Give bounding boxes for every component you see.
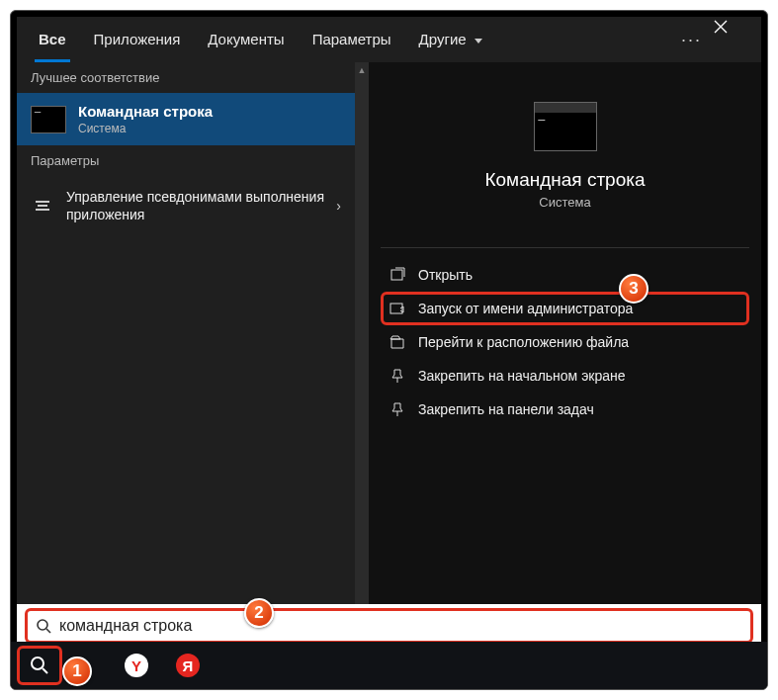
action-open-file-location-label: Перейти к расположению файла: [418, 334, 629, 350]
pin-taskbar-icon: [389, 400, 406, 418]
scrollbar[interactable]: ▲ ▼: [355, 62, 369, 650]
tab-documents[interactable]: Документы: [194, 17, 298, 62]
svg-rect-0: [391, 270, 402, 280]
tab-more-label: Другие: [419, 31, 467, 47]
results-body: Лучшее соответствие Командная строка Сис…: [17, 62, 761, 650]
tab-all[interactable]: Все: [25, 17, 80, 62]
settings-item-label: Управление псевдонимами выполнения прило…: [66, 188, 336, 223]
search-icon: [36, 618, 51, 634]
search-input-wrapper[interactable]: [25, 608, 753, 644]
chevron-down-icon: [475, 39, 482, 44]
action-pin-start[interactable]: Закрепить на начальном экране: [381, 359, 749, 393]
window-frame: Все Приложения Документы Параметры Други…: [10, 10, 768, 690]
yandex-browser-icon: Y: [125, 654, 148, 677]
actions-list: Открыть Запуск от имени администратора П…: [369, 239, 761, 426]
taskbar: Y Я: [11, 642, 767, 689]
preview-pane: Командная строка Система Открыть Запуск …: [369, 62, 761, 650]
tab-apps[interactable]: Приложения: [80, 17, 195, 62]
callout-2: 2: [244, 598, 274, 628]
search-input[interactable]: [59, 617, 742, 635]
yandex-icon: Я: [176, 654, 200, 677]
result-title: Командная строка: [78, 103, 213, 120]
command-prompt-large-icon: [534, 102, 597, 151]
result-app-alias-management[interactable]: Управление псевдонимами выполнения прило…: [17, 176, 355, 235]
scroll-up-icon[interactable]: ▲: [355, 62, 369, 78]
preview-title: Командная строка: [484, 169, 645, 191]
action-pin-taskbar[interactable]: Закрепить на панели задач: [381, 393, 749, 426]
action-open[interactable]: Открыть: [381, 258, 749, 292]
preview-header: Командная строка Система: [369, 82, 761, 233]
action-open-label: Открыть: [418, 267, 473, 283]
callout-1: 1: [62, 656, 92, 686]
action-run-as-admin[interactable]: Запуск от имени администратора: [381, 292, 749, 325]
action-pin-taskbar-label: Закрепить на панели задач: [418, 401, 594, 417]
taskbar-search-button[interactable]: [17, 646, 62, 685]
tabs-bar: Все Приложения Документы Параметры Други…: [17, 17, 761, 62]
folder-icon: [389, 333, 406, 351]
chevron-right-icon: ›: [336, 198, 341, 214]
close-icon: [714, 20, 728, 34]
taskbar-yandex[interactable]: Я: [165, 646, 211, 685]
svg-point-3: [32, 657, 43, 669]
list-icon: [31, 201, 54, 211]
preview-subtitle: Система: [539, 195, 590, 210]
callout-3: 3: [619, 274, 648, 304]
pin-start-icon: [389, 367, 406, 385]
more-options-button[interactable]: ···: [669, 30, 714, 50]
result-command-prompt[interactable]: Командная строка Система: [17, 93, 355, 145]
result-subtitle: Система: [78, 122, 213, 135]
command-prompt-icon: [31, 106, 66, 133]
section-best-match: Лучшее соответствие: [17, 62, 355, 93]
taskbar-yandex-browser[interactable]: Y: [114, 646, 159, 685]
results-list: Лучшее соответствие Командная строка Сис…: [17, 62, 355, 650]
search-panel: Все Приложения Документы Параметры Други…: [17, 17, 761, 650]
tab-more[interactable]: Другие: [405, 17, 496, 62]
svg-point-2: [38, 620, 47, 630]
divider: [381, 247, 749, 248]
action-run-as-admin-label: Запуск от имени администратора: [418, 301, 633, 316]
open-icon: [389, 266, 406, 284]
action-pin-start-label: Закрепить на начальном экране: [418, 368, 626, 384]
admin-shield-icon: [389, 300, 406, 317]
search-icon: [30, 656, 49, 675]
tab-settings[interactable]: Параметры: [299, 17, 405, 62]
close-button[interactable]: [714, 20, 753, 59]
action-open-file-location[interactable]: Перейти к расположению файла: [381, 325, 749, 359]
section-settings: Параметры: [17, 145, 355, 176]
